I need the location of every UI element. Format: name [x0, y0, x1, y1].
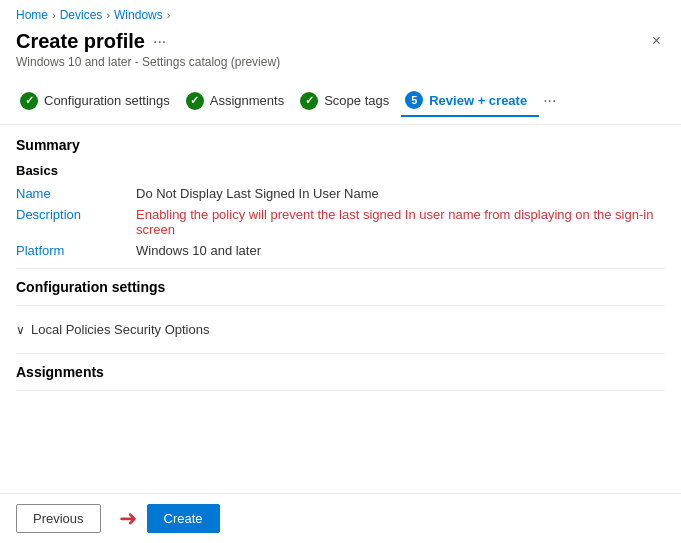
previous-button[interactable]: Previous	[16, 504, 101, 533]
step-review-icon: 5	[405, 91, 423, 109]
config-settings-section: Configuration settings ∨ Local Policies …	[16, 279, 665, 354]
step-review-label: Review + create	[429, 93, 527, 108]
field-label-platform: Platform	[16, 243, 136, 258]
divider-4	[16, 390, 665, 391]
step-scope-icon: ✓	[300, 92, 318, 110]
assignments-title: Assignments	[16, 364, 665, 380]
basics-title: Basics	[16, 163, 665, 178]
footer: Previous ➜ Create	[0, 493, 681, 543]
step-assignments-label: Assignments	[210, 93, 284, 108]
create-button[interactable]: Create	[147, 504, 220, 533]
collapse-label: Local Policies Security Options	[31, 322, 209, 337]
breadcrumb-devices[interactable]: Devices	[60, 8, 103, 22]
page-title: Create profile	[16, 30, 145, 53]
divider-2	[16, 305, 665, 306]
page-subtitle: Windows 10 and later - Settings catalog …	[0, 55, 681, 77]
step-review[interactable]: 5 Review + create	[401, 85, 539, 117]
field-value-desc: Enabling the policy will prevent the las…	[136, 207, 665, 237]
divider-1	[16, 268, 665, 269]
field-value-name: Do Not Display Last Signed In User Name	[136, 186, 665, 201]
arrow-indicator: ➜	[111, 506, 137, 532]
close-icon[interactable]: ×	[648, 30, 665, 52]
field-row-desc: Description Enabling the policy will pre…	[16, 207, 665, 237]
field-value-platform: Windows 10 and later	[136, 243, 665, 258]
steps-bar: ✓ Configuration settings ✓ Assignments ✓…	[0, 77, 681, 125]
page-header: Create profile ··· ×	[0, 26, 681, 55]
step-scope-label: Scope tags	[324, 93, 389, 108]
step-config[interactable]: ✓ Configuration settings	[16, 86, 182, 116]
field-row-platform: Platform Windows 10 and later	[16, 243, 665, 258]
assignments-section: Assignments	[16, 364, 665, 391]
collapse-local-policies[interactable]: ∨ Local Policies Security Options	[16, 316, 665, 343]
field-label-desc: Description	[16, 207, 136, 222]
step-config-label: Configuration settings	[44, 93, 170, 108]
field-row-name: Name Do Not Display Last Signed In User …	[16, 186, 665, 201]
steps-more-icon[interactable]: ···	[543, 92, 556, 110]
config-settings-title: Configuration settings	[16, 279, 665, 295]
step-assignments[interactable]: ✓ Assignments	[182, 86, 296, 116]
red-arrow-icon: ➜	[119, 506, 137, 532]
content-area: Summary Basics Name Do Not Display Last …	[0, 125, 681, 528]
step-config-icon: ✓	[20, 92, 38, 110]
step-assignments-icon: ✓	[186, 92, 204, 110]
summary-title: Summary	[16, 137, 665, 153]
breadcrumb-windows[interactable]: Windows	[114, 8, 163, 22]
step-scope[interactable]: ✓ Scope tags	[296, 86, 401, 116]
divider-3	[16, 353, 665, 354]
breadcrumb-home[interactable]: Home	[16, 8, 48, 22]
header-more-icon[interactable]: ···	[153, 33, 166, 51]
breadcrumb: Home › Devices › Windows ›	[0, 0, 681, 26]
field-label-name: Name	[16, 186, 136, 201]
collapse-chevron-icon: ∨	[16, 323, 25, 337]
